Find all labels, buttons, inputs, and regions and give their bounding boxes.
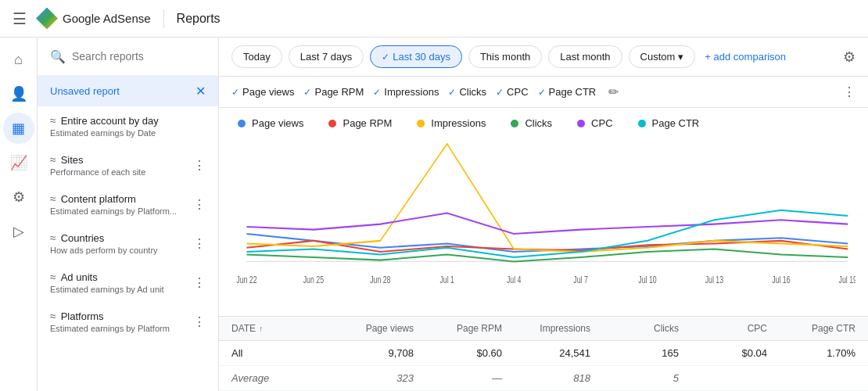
tilde-icon: ≈ bbox=[50, 153, 56, 166]
edit-metrics-icon[interactable]: ✏ bbox=[608, 84, 619, 99]
filter-this-month[interactable]: This month bbox=[468, 45, 542, 68]
page-title: Reports bbox=[177, 12, 221, 26]
filter-last7[interactable]: Last 7 days bbox=[289, 45, 364, 68]
chip-check-icon: ✓ bbox=[496, 87, 504, 98]
cell-cpc-0: $0.04 bbox=[679, 347, 767, 359]
col-impressions: Impressions bbox=[502, 323, 590, 334]
chip-check-icon: ✓ bbox=[373, 87, 381, 98]
sidebar-item-content: ≈ Entire account by day Estimated earnin… bbox=[50, 114, 159, 138]
unsaved-report-label: Unsaved report bbox=[50, 85, 120, 97]
more-options-icon[interactable]: ⋮ bbox=[193, 236, 206, 251]
legend-dot-5 bbox=[638, 120, 646, 127]
sidebar-item-desc: How ads perform by country bbox=[50, 246, 158, 255]
more-options-icon[interactable]: ⋮ bbox=[193, 158, 206, 173]
unsaved-report-item[interactable]: Unsaved report ✕ bbox=[38, 76, 218, 106]
sort-icon[interactable]: ↑ bbox=[259, 325, 263, 333]
more-options-icon[interactable]: ⋮ bbox=[193, 314, 206, 329]
sidebar-item-2[interactable]: ≈ Content platform Estimated earnings by… bbox=[38, 185, 218, 224]
nav-divider bbox=[163, 9, 164, 28]
metric-chips: ✓ Page views ✓ Page RPM ✓ Impressions ✓ … bbox=[219, 77, 868, 108]
table-body: All 9,708 $0.60 24,541 165 $0.04 1.70% A… bbox=[219, 341, 868, 391]
logo-text: Google AdSense bbox=[63, 12, 151, 25]
cell-date-1: Average bbox=[231, 372, 325, 384]
chip-cpc[interactable]: ✓ CPC bbox=[496, 86, 528, 98]
sidebar-item-desc: Estimated earnings by Platform bbox=[50, 324, 170, 333]
sidebar-item-0[interactable]: ≈ Entire account by day Estimated earnin… bbox=[38, 106, 218, 145]
legend-item-0: Page views bbox=[238, 117, 303, 129]
chip-impressions[interactable]: ✓ Impressions bbox=[373, 86, 439, 98]
logo-diamond bbox=[36, 8, 58, 30]
chart-line-icon[interactable]: 📈 bbox=[3, 147, 34, 178]
svg-text:Jul 7: Jul 7 bbox=[573, 274, 588, 285]
main-content: Today Last 7 days ✓ Last 30 days This mo… bbox=[219, 38, 868, 391]
chip-page-ctr[interactable]: ✓ Page CTR bbox=[538, 86, 597, 98]
icon-sidebar: ⌂ 👤 ▦ 📈 ⚙ ▷ bbox=[0, 38, 38, 391]
sidebar-item-content: ≈ Sites Performance of each site bbox=[50, 153, 145, 177]
legend-dot-1 bbox=[328, 120, 336, 127]
chip-check-icon: ✓ bbox=[231, 87, 239, 98]
sidebar-item-desc: Estimated earnings by Platform... bbox=[50, 206, 177, 216]
col-date: DATE ↑ bbox=[231, 323, 325, 334]
search-bar: 🔍 ＋ bbox=[38, 38, 218, 76]
person-icon[interactable]: 👤 bbox=[3, 78, 34, 109]
chip-page-rpm[interactable]: ✓ Page RPM bbox=[303, 86, 364, 98]
cell-clicks-1: 5 bbox=[590, 372, 679, 384]
tilde-icon: ≈ bbox=[50, 271, 56, 283]
col-clicks: Clicks bbox=[590, 323, 679, 334]
sidebar-item-content: ≈ Countries How ads perform by country bbox=[50, 231, 158, 255]
chart-container: ✓ Page views ✓ Page RPM ✓ Impressions ✓ … bbox=[219, 77, 868, 391]
cell-page-views-0: 9,708 bbox=[325, 347, 414, 359]
legend-label-2: Impressions bbox=[431, 117, 486, 129]
add-comparison-btn[interactable]: + add comparison bbox=[705, 51, 786, 63]
chip-check-icon: ✓ bbox=[538, 87, 546, 98]
legend-label-5: Page CTR bbox=[652, 117, 700, 129]
chart-options-icon[interactable]: ⋮ bbox=[843, 84, 855, 99]
check-icon: ✓ bbox=[382, 52, 389, 63]
tilde-icon: ≈ bbox=[50, 192, 56, 205]
main-layout: ⌂ 👤 ▦ 📈 ⚙ ▷ 🔍 ＋ Unsaved report ✕ ≈ Entir… bbox=[0, 38, 868, 391]
video-play-icon[interactable]: ▷ bbox=[3, 216, 34, 247]
sidebar-item-content: ≈ Ad units Estimated earnings by Ad unit bbox=[50, 271, 164, 294]
filter-custom[interactable]: Custom ▾ bbox=[629, 45, 696, 68]
home-icon[interactable]: ⌂ bbox=[3, 44, 34, 75]
reports-icon[interactable]: ▦ bbox=[3, 113, 34, 144]
hamburger-menu[interactable]: ☰ bbox=[13, 9, 27, 28]
sidebar-item-5[interactable]: ≈ Platforms Estimated earnings by Platfo… bbox=[38, 302, 218, 341]
cell-impressions-1: 818 bbox=[502, 372, 590, 384]
svg-text:Jul 16: Jul 16 bbox=[772, 274, 790, 285]
search-input[interactable] bbox=[72, 50, 209, 63]
svg-text:Jun 25: Jun 25 bbox=[303, 274, 324, 285]
settings-icon[interactable]: ⚙ bbox=[843, 48, 855, 66]
chart-legend: Page views Page RPM Impressions Clicks C… bbox=[219, 108, 868, 138]
svg-text:Jul 10: Jul 10 bbox=[638, 274, 656, 285]
sidebar-item-1[interactable]: ≈ Sites Performance of each site ⋮ bbox=[38, 145, 218, 185]
sidebar-item-title: ≈ Sites bbox=[50, 153, 145, 166]
col-page-views: Page views bbox=[325, 323, 414, 334]
chip-clicks[interactable]: ✓ Clicks bbox=[448, 86, 486, 98]
sidebar-item-desc: Performance of each site bbox=[50, 167, 145, 177]
filter-last30[interactable]: ✓ Last 30 days bbox=[370, 45, 462, 68]
svg-text:Jun 22: Jun 22 bbox=[236, 274, 256, 285]
legend-dot-0 bbox=[238, 120, 246, 127]
chip-page-views[interactable]: ✓ Page views bbox=[231, 86, 294, 98]
legend-label-3: Clicks bbox=[525, 117, 552, 129]
cell-impressions-0: 24,541 bbox=[502, 347, 590, 359]
date-filters: Today Last 7 days ✓ Last 30 days This mo… bbox=[219, 38, 868, 77]
filter-last-month[interactable]: Last month bbox=[548, 45, 622, 68]
close-report-icon[interactable]: ✕ bbox=[195, 84, 206, 99]
filter-today[interactable]: Today bbox=[231, 45, 282, 68]
search-icon: 🔍 bbox=[50, 49, 66, 64]
more-options-icon[interactable]: ⋮ bbox=[193, 197, 206, 212]
more-options-icon[interactable]: ⋮ bbox=[193, 275, 206, 290]
chart-svg-area: Jun 22Jun 25Jun 28Jul 1Jul 4Jul 7Jul 10J… bbox=[219, 138, 868, 316]
cell-page-ctr-1 bbox=[767, 372, 855, 384]
sidebar-item-4[interactable]: ≈ Ad units Estimated earnings by Ad unit… bbox=[38, 263, 218, 302]
sidebar-item-3[interactable]: ≈ Countries How ads perform by country ⋮ bbox=[38, 224, 218, 263]
svg-text:Jun 28: Jun 28 bbox=[370, 274, 390, 285]
cell-date-0: All bbox=[231, 347, 325, 359]
col-page-rpm: Page RPM bbox=[414, 323, 502, 334]
gear-icon[interactable]: ⚙ bbox=[3, 181, 34, 213]
svg-text:Jul 19: Jul 19 bbox=[839, 274, 855, 285]
legend-dot-3 bbox=[511, 120, 518, 127]
cell-page-rpm-0: $0.60 bbox=[414, 347, 502, 359]
